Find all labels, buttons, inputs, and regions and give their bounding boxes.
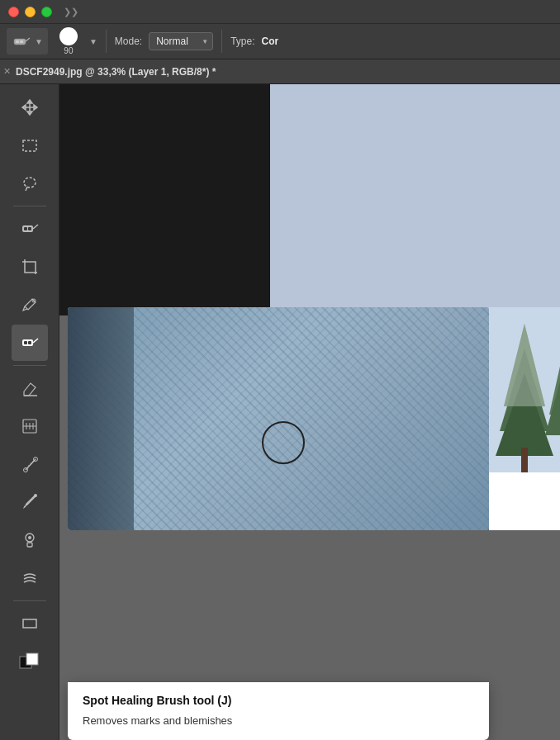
options-divider-1 <box>106 30 107 53</box>
svg-rect-18 <box>24 341 27 344</box>
tooltip-description: Removes marks and blemishes <box>83 714 474 728</box>
brush-size-dropdown-arrow: ▼ <box>89 37 97 46</box>
tool-magic-wand[interactable] <box>12 408 48 444</box>
minimize-button[interactable] <box>25 7 36 17</box>
toolbar-separator-3 <box>13 600 46 601</box>
photo-area <box>68 307 489 530</box>
svg-point-31 <box>34 494 37 497</box>
svg-rect-2 <box>16 40 19 43</box>
tool-spot-heal[interactable] <box>12 211 48 247</box>
svg-rect-8 <box>24 227 27 230</box>
healing-brush-icon <box>12 31 31 51</box>
svg-rect-9 <box>28 227 31 230</box>
svg-rect-35 <box>23 619 36 628</box>
canvas-light-panel <box>270 84 560 315</box>
tool-eraser[interactable] <box>12 370 48 406</box>
tool-eyedropper[interactable] <box>12 287 48 323</box>
svg-rect-45 <box>489 472 560 530</box>
tool-rectangle[interactable] <box>12 605 48 642</box>
tool-move[interactable] <box>12 89 48 126</box>
tool-crop[interactable] <box>12 249 48 285</box>
brush-size-button[interactable]: 90 <box>55 26 83 57</box>
title-bar-separator: ❯❯ <box>64 7 78 17</box>
svg-rect-37 <box>26 653 38 665</box>
tool-tooltip: Spot Healing Brush tool (J) Removes mark… <box>68 682 489 740</box>
svg-rect-46 <box>521 448 528 472</box>
title-bar: ❯❯ <box>0 0 560 23</box>
left-toolbar <box>0 84 59 740</box>
svg-line-1 <box>26 38 30 41</box>
svg-line-20 <box>33 339 38 343</box>
snow-trees-panel <box>489 307 560 530</box>
brush-preset-dropdown-arrow: ▼ <box>35 37 43 46</box>
svg-rect-34 <box>27 543 32 547</box>
document-tab-close[interactable]: ✕ <box>3 66 11 77</box>
svg-rect-11 <box>25 262 36 273</box>
brush-cursor <box>262 421 305 464</box>
maximize-button[interactable] <box>41 7 52 17</box>
toolbar-separator-1 <box>13 206 46 206</box>
options-divider-2 <box>221 30 222 53</box>
mode-select-wrapper[interactable]: Normal Dissolve Darken Multiply <box>149 32 213 50</box>
main-area: Spot Healing Brush tool (J) Removes mark… <box>0 84 560 740</box>
canvas-area[interactable]: Spot Healing Brush tool (J) Removes mark… <box>59 84 560 740</box>
document-tab-bar: ✕ DSCF2949.jpg @ 33,3% (Layer 1, RGB/8*)… <box>0 59 560 84</box>
svg-point-33 <box>28 536 31 539</box>
mode-label: Mode: <box>115 36 142 47</box>
type-value: Cor <box>262 36 279 47</box>
brush-preview-circle <box>59 27 78 45</box>
canvas-dark-panel <box>59 84 270 315</box>
tool-lasso[interactable] <box>12 165 48 202</box>
traffic-lights <box>8 7 52 17</box>
svg-rect-3 <box>20 40 23 43</box>
tool-pen[interactable] <box>12 446 48 482</box>
type-label: Type: <box>230 36 254 47</box>
options-bar: ▼ 90 ▼ Mode: Normal Dissolve Darken Mult… <box>0 23 560 59</box>
tool-smudge[interactable] <box>12 560 48 596</box>
svg-rect-7 <box>22 225 33 232</box>
tool-clone-stamp[interactable] <box>12 522 48 558</box>
svg-line-30 <box>23 458 36 471</box>
toolbar-separator-2 <box>13 365 46 366</box>
svg-rect-17 <box>22 339 33 346</box>
mode-select[interactable]: Normal Dissolve Darken Multiply <box>149 32 213 50</box>
tooltip-title: Spot Healing Brush tool (J) <box>83 694 474 707</box>
tool-heal-active[interactable] <box>12 325 48 361</box>
svg-rect-19 <box>28 341 31 344</box>
svg-line-6 <box>26 187 27 191</box>
brush-preset-button[interactable]: ▼ <box>7 28 48 55</box>
document-tab-title: DSCF2949.jpg @ 33,3% (Layer 1, RGB/8*) * <box>16 66 216 78</box>
tool-foreground-bg[interactable] <box>12 643 48 680</box>
svg-line-10 <box>33 225 38 229</box>
brush-size-value: 90 <box>64 46 73 55</box>
tool-paintbrush[interactable] <box>12 484 48 520</box>
svg-rect-4 <box>23 140 36 151</box>
svg-point-5 <box>24 178 36 187</box>
close-button[interactable] <box>8 7 19 17</box>
denim-dark-stripe <box>68 307 134 530</box>
tool-marquee-rect[interactable] <box>12 127 48 164</box>
